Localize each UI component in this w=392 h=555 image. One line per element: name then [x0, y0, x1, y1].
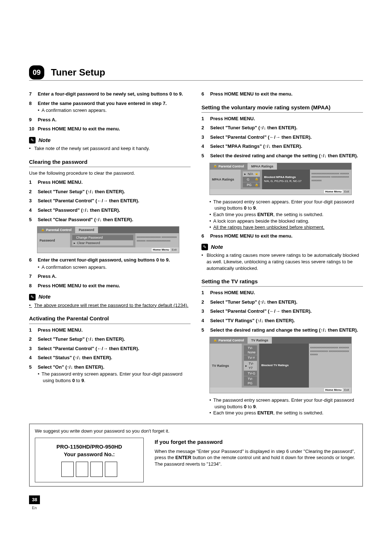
note-icon: ✎ — [29, 137, 36, 143]
osd-option: ▸TV-Y7 — [244, 361, 257, 370]
osd3-info-title: Blocked TV Ratings — [261, 364, 307, 368]
step-number: 5 — [29, 216, 38, 223]
note-title: Note — [211, 243, 223, 251]
step-number: 3 — [29, 198, 38, 204]
tvratings-steps: 1Press HOME MENU.2Select "Tuner Setup" (… — [201, 289, 363, 333]
osd2-desc: xxxxxxxxxxxxxxxxxxxxxx xxxxxxxxxxxxxxxxx… — [310, 170, 351, 189]
info-bullet: All the ratings have been unblocked befo… — [215, 224, 363, 231]
section-mpaa-title: Setting the voluntary movie rating syste… — [201, 104, 363, 113]
step-number: 2 — [29, 336, 38, 343]
step-body: Press A. — [38, 117, 191, 123]
page-number: 38 — [29, 495, 40, 504]
pw-digit-box — [76, 462, 88, 477]
step-number: 1 — [29, 327, 38, 333]
step-item: 2Select "Tuner Setup" (↑/↓ then ENTER). — [29, 336, 191, 343]
step-body: Select "Clear Password" (↑/↓ then ENTER)… — [38, 216, 191, 223]
chapter-number-badge: 09 — [29, 65, 44, 80]
note-2-text: The above procedure will reset the passw… — [34, 302, 191, 309]
step-body: Select "On" (↑/↓ then ENTER).The passwor… — [38, 364, 191, 384]
step-body: Select "Tuner Setup" (↑/↓ then ENTER). — [38, 189, 191, 195]
forget-title: If you forget the password — [155, 438, 357, 446]
right-column: 6Press HOME MENU to exit the menu. Setti… — [201, 91, 363, 416]
step-item: 1Press HOME MENU. — [201, 289, 363, 296]
forget-body: When the message "Enter your Password" i… — [155, 448, 357, 467]
note-block-2: ✎ Note The above procedure will reset th… — [29, 293, 191, 308]
password-reminder-box: We suggest you write down your password … — [29, 424, 363, 487]
step-item: 4Select "Status" (↑/↓ then ENTER). — [29, 355, 191, 361]
step-body: Press HOME MENU. — [38, 179, 191, 186]
lock-icon: 🔒 — [41, 228, 45, 232]
osd-option: Change Password — [72, 235, 133, 240]
step-item: 3Select "Parental Control" (←/→ then ENT… — [201, 308, 363, 315]
osd3-breadcrumb-2: TV Ratings — [248, 337, 272, 344]
osd1-desc: xxxxxxxxxxxxxxxxxxx xxxxxxxxxxxxxxxxxxx … — [135, 233, 179, 247]
osd-option: ▸Clear Password — [72, 240, 133, 246]
step-item: 5Select "Clear Password" (↑/↓ then ENTER… — [29, 216, 191, 223]
step-body: Select the desired rating and change the… — [210, 153, 363, 159]
step-body: Select "Parental Control" (←/→ then ENTE… — [38, 345, 191, 352]
language-code: En — [32, 505, 37, 511]
step-body: Press A. — [38, 273, 191, 280]
step-item: 7Press A. — [29, 273, 191, 280]
osd3-desc: xxxxxxxxxxxxxxxxxxxxxx xxxxxxxxxxxxxxxxx… — [309, 344, 351, 388]
step-item: 5Select the desired rating and change th… — [201, 153, 363, 159]
password-digit-boxes — [42, 462, 136, 477]
info-bullet: The password entry screen appears. Enter… — [215, 397, 363, 410]
step-number: 1 — [29, 179, 38, 186]
step-body: Select "Tuner Setup" (↑/↓ then ENTER). — [38, 336, 191, 343]
step-number: 6 — [201, 91, 210, 97]
osd2-footer: Home MenuExit — [210, 189, 351, 195]
step-item: 8Enter the same password that you have e… — [29, 100, 191, 114]
step-number: 3 — [29, 345, 38, 352]
step-body: Select "Tuner Setup" (↑/↓ then ENTER). — [210, 125, 363, 131]
info-bullet: A lock icon appears beside the blocked r… — [215, 218, 363, 224]
step-body: Select "Parental Control" (←/→ then ENTE… — [210, 308, 363, 315]
osd1-left-label: Password — [37, 233, 70, 247]
forget-password-section: If you forget the password When the mess… — [155, 438, 357, 467]
step-number: 7 — [29, 91, 38, 97]
step-item: 2Select "Tuner Setup" (↑/↓ then ENTER). — [201, 299, 363, 305]
step-item: 1Press HOME MENU. — [29, 179, 191, 186]
step-number: 8 — [29, 100, 38, 114]
osd3-options: TV-None TV-Y▸TV-Y7 TV-G TV-PG — [242, 344, 259, 388]
step-number: 3 — [201, 134, 210, 141]
info-bullet: Each time you press ENTER, the setting i… — [215, 410, 363, 416]
osd1-breadcrumb-1: 🔒Parental Control — [37, 227, 75, 233]
step-bullet: A confirmation screen appears. — [43, 264, 191, 271]
mpaa-after-step: 6Press HOME MENU to exit the menu. — [201, 233, 363, 239]
step-item: 3Select "Parental Control" (←/→ then ENT… — [29, 198, 191, 204]
lock-icon: 🔒 — [255, 183, 258, 187]
step-number: 4 — [201, 317, 210, 324]
step-item: 8Press HOME MENU to exit the menu. — [29, 283, 191, 289]
osd-figure-tv-ratings: 🔒Parental Control TV Ratings TV Ratings … — [209, 337, 352, 393]
note-title: Note — [38, 137, 50, 144]
osd1-breadcrumb-2: Password — [75, 227, 98, 233]
osd2-info-text: N/A, G, PG,PG-13, R, NC-17 — [264, 179, 308, 183]
page-header: 09 Tuner Setup — [29, 65, 363, 81]
note-icon: ✎ — [29, 294, 36, 300]
osd2-left-label: MPAA Ratings — [210, 170, 241, 189]
osd2-info-title: Blocked MPAA Ratings — [264, 175, 308, 179]
osd-option: G🔒 — [243, 177, 260, 182]
initial-steps: 7Enter a four-digit password to be newly… — [29, 91, 191, 132]
step-item: 3Select "Parental Control" (←/→ then ENT… — [201, 134, 363, 141]
step-item: 5Select the desired rating and change th… — [201, 327, 363, 333]
step-number: 4 — [201, 143, 210, 150]
step-item: 2Select "Tuner Setup" (↑/↓ then ENTER). — [201, 125, 363, 131]
section-tvratings-title: Setting the TV ratings — [201, 278, 363, 287]
section-clearing-intro: Use the following procedure to clear the… — [29, 170, 191, 177]
step-number: 1 — [201, 116, 210, 122]
two-column-layout: 7Enter a four-digit password to be newly… — [29, 91, 363, 416]
step-body: Select "Password" (↑/↓ then ENTER). — [38, 207, 191, 214]
info-bullet: Each time you press ENTER, the setting i… — [215, 211, 363, 218]
osd1-options: Change Password▸Clear Password — [70, 233, 135, 247]
osd-option: TV-None — [244, 345, 257, 355]
step-number: 5 — [201, 327, 210, 333]
step-number: 2 — [201, 125, 210, 131]
note-block-3: ✎ Note Blocking a rating causes more sev… — [201, 243, 363, 271]
mpaa-steps: 1Press HOME MENU.2Select "Tuner Setup" (… — [201, 116, 363, 159]
osd-option: TV-PG — [244, 376, 257, 386]
step-number: 8 — [29, 283, 38, 289]
step-number: 2 — [29, 189, 38, 195]
step-body: Enter a four-digit password to be newly … — [38, 91, 191, 97]
